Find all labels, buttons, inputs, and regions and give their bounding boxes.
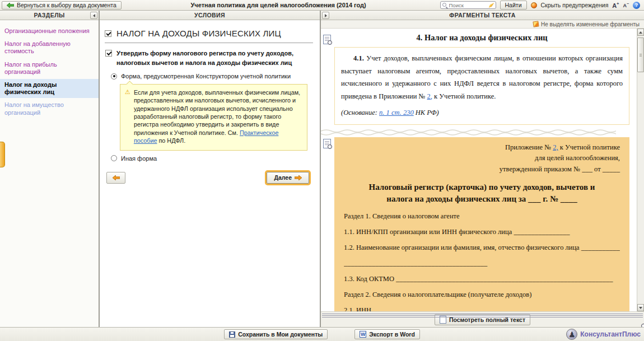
consultantplus-logo-label: КонсультантПлюс [580, 330, 641, 338]
export-to-word-button[interactable]: W Экспорт в Word [354, 329, 420, 339]
sidebar-item-personal-income-tax[interactable]: Налог на доходы физических лиц [0, 79, 99, 98]
toolbar-right-group: Найти Скрыть предупреждения A+ A− ? [440, 1, 640, 10]
sidebar-item-profit-tax[interactable]: Налог на прибыль организаций [0, 59, 99, 78]
left-edge-tab[interactable] [0, 142, 5, 167]
appendix-2-link[interactable]: 2, [553, 143, 558, 151]
scroll-up-button[interactable] [637, 29, 644, 36]
sidebar-item-vat[interactable]: Налог на добавленную стоимость [0, 38, 99, 57]
section-checkbox[interactable] [105, 30, 111, 37]
sidebar-collapse-button[interactable] [90, 12, 97, 19]
sidebar-item-property-tax[interactable]: Налог на имущество организаций [0, 99, 99, 118]
fragments-subheader: Не выделять измененные фрагменты [321, 20, 644, 29]
orange-next-arrow-icon [295, 175, 302, 180]
constructor-form-radio[interactable] [111, 73, 117, 80]
section-title-row: НАЛОГ НА ДОХОДЫ ФИЗИЧЕСКИХ ЛИЦ [105, 27, 313, 43]
consultantplus-logo: ♟ КонсультантПлюс [566, 329, 641, 340]
top-toolbar: Вернуться к выбору вида документа Учетна… [0, 0, 644, 11]
preview-fragment-icon[interactable] [323, 139, 331, 148]
register-line: Раздел 2. Сведения о налогоплательщике (… [344, 291, 620, 299]
constructor-app: Вернуться к выбору вида документа Учетна… [0, 0, 644, 341]
torn-edge-divider [321, 129, 616, 136]
search-box [440, 1, 496, 9]
warning-text-tail: по НДФЛ. [157, 137, 185, 144]
orange-back-arrow-icon [113, 175, 120, 180]
approve-register-checkbox[interactable] [105, 50, 112, 57]
preview-fragment-icon[interactable] [323, 35, 331, 44]
find-button-label: Найти [505, 2, 522, 8]
basis-suffix: НК РФ) [414, 109, 439, 116]
fragment-heading: 4. Налог на доходы физических лиц [334, 33, 629, 43]
constructor-form-radio-row: Форма, предусмотренная Конструктором уче… [111, 73, 314, 80]
fragment-policy-text: 4. Налог на доходы физических лиц 4.1. У… [334, 33, 629, 125]
green-back-arrow-icon [7, 3, 14, 8]
text-fragments-panel: ФРАГМЕНТЫ ТЕКСТА Не выделять измененные … [321, 11, 644, 327]
appendix-2-link[interactable]: 2, [427, 92, 432, 100]
register-title: Налоговый регистр (карточка) по учету до… [358, 181, 605, 205]
save-button-label: Сохранить в Мои документы [238, 331, 323, 338]
next-button[interactable]: Далее [267, 172, 309, 184]
hide-warnings-toggle[interactable]: Скрыть предупреждения [541, 2, 609, 8]
document-preview-icon [440, 316, 446, 324]
scrollbar-thumb[interactable] [637, 38, 644, 72]
corner-pre: Приложение № [505, 143, 553, 151]
wizard-nav-row: Далее [106, 172, 309, 184]
fragments-document-content: 4. Налог на доходы физических лиц 4.1. У… [321, 29, 637, 311]
policy-paragraph-box: 4.1. Учет доходов, выплаченных физически… [334, 47, 629, 125]
corner-line-2: для целей налогообложения, [344, 153, 620, 164]
other-form-radio[interactable] [111, 155, 117, 161]
sidebar-item-org-provisions[interactable]: Организационные положения [0, 25, 99, 37]
highlighter-icon [533, 21, 539, 27]
section-title[interactable]: НАЛОГ НА ДОХОДЫ ФИЗИЧЕСКИХ ЛИЦ [116, 29, 281, 38]
find-button[interactable]: Найти [500, 1, 527, 10]
fragments-footer: Посмотреть полный текст [321, 311, 644, 327]
corner-line-1: Приложение № 2, к Учетной политике [344, 142, 620, 153]
help-icon[interactable]: ? [633, 2, 640, 9]
policy-paragraph: 4.1. Учет доходов, выплаченных физически… [341, 52, 623, 102]
constructor-form-label[interactable]: Форма, предусмотренная Конструктором уче… [121, 73, 291, 80]
other-form-radio-row: Иная форма [111, 155, 314, 162]
sections-list: Организационные положения Налог на добав… [0, 20, 99, 125]
no-highlight-toggle[interactable]: Не выделять измененные фрагменты [541, 21, 640, 27]
scroll-up-icon [639, 31, 642, 34]
scroll-down-icon [639, 307, 642, 309]
font-increase-icon[interactable]: A+ [612, 2, 619, 9]
sections-sidebar: РАЗДЕЛЫ Организационные положения Налог … [0, 11, 99, 327]
next-button-label: Далее [274, 174, 292, 181]
previous-section-button[interactable] [106, 172, 125, 184]
register-line: 1.1. ИНН/КПП организации или ИНН физичес… [344, 228, 620, 236]
search-input[interactable] [449, 2, 488, 8]
warning-icon: ⚠ [125, 88, 130, 145]
tax-code-article-link[interactable]: п. 1 ст. 230 [379, 109, 414, 116]
paragraph-tail: к Учетной политике. [432, 92, 496, 100]
font-decrease-icon[interactable]: A− [623, 2, 629, 8]
view-full-text-button[interactable]: Посмотреть полный текст [435, 314, 530, 325]
expand-right-icon [325, 14, 327, 17]
back-to-document-type-button[interactable]: Вернуться к выбору вида документа [2, 1, 122, 10]
conditions-body: НАЛОГ НА ДОХОДЫ ФИЗИЧЕСКИХ ЛИЦ Утвердить… [100, 20, 320, 184]
appendix-corner-block: Приложение № 2, к Учетной политике для ц… [344, 142, 620, 175]
search-pencil-icon[interactable] [489, 3, 494, 8]
sections-header-label: РАЗДЕЛЫ [34, 12, 64, 18]
legal-basis: (Основание: п. 1 ст. 230 НК РФ) [341, 108, 623, 118]
fragments-panel-header: ФРАГМЕНТЫ ТЕКСТА [321, 11, 644, 20]
back-button-label: Вернуться к выбору вида документа [17, 2, 116, 8]
fragments-expand-button[interactable] [322, 12, 329, 19]
save-to-my-documents-button[interactable]: Сохранить в Мои документы [224, 329, 328, 339]
scroll-down-button[interactable] [637, 304, 644, 311]
register-line: Раздел 1. Сведения о налоговом агенте [344, 212, 620, 221]
paragraph-number: 4.1. [353, 54, 364, 62]
hide-warnings-icon [531, 2, 537, 8]
collapse-left-icon [93, 14, 95, 17]
consultant-figure-icon: ♟ [566, 329, 577, 340]
word-icon: W [360, 331, 366, 338]
approve-register-option-row: Утвердить форму налогового регистра по у… [105, 49, 314, 67]
other-form-label[interactable]: Иная форма [121, 155, 157, 162]
warning-box: ⚠ Если для учета доходов, выплаченных фи… [120, 84, 307, 151]
approve-register-label[interactable]: Утвердить форму налогового регистра по у… [116, 49, 312, 67]
view-full-text-label: Посмотреть полный текст [449, 316, 525, 323]
fragment-appendix-register: Приложение № 2, к Учетной политике для ц… [334, 137, 629, 311]
corner-post: к Учетной политике [558, 143, 620, 151]
fragments-header-label: ФРАГМЕНТЫ ТЕКСТА [449, 12, 515, 18]
fragments-scrollbar[interactable] [637, 29, 644, 311]
warning-text: Если для учета доходов, выплаченных физи… [134, 88, 302, 145]
